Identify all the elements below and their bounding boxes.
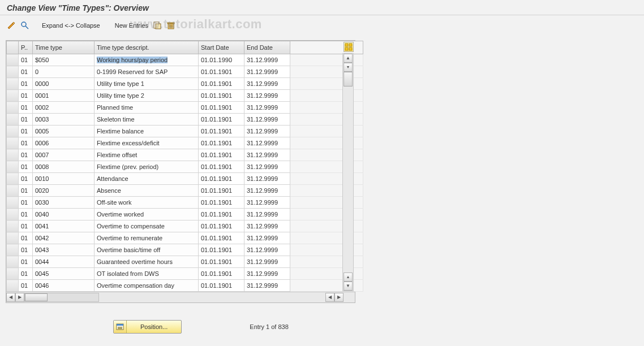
cell-desc[interactable]: Skeleton time <box>95 114 199 126</box>
cell-time-type[interactable]: 0002 <box>33 102 95 114</box>
row-selector[interactable] <box>7 197 19 209</box>
row-selector[interactable] <box>7 54 19 66</box>
cell-p[interactable]: 01 <box>19 137 33 149</box>
table-row[interactable]: 010006Flextime excess/deficit01.01.19013… <box>7 137 363 149</box>
cell-start[interactable]: 01.01.1901 <box>199 268 244 280</box>
cell-end[interactable]: 31.12.9999 <box>244 78 290 90</box>
cell-start[interactable]: 01.01.1901 <box>199 149 244 161</box>
hscroll-right2-icon[interactable]: ▶ <box>334 293 344 302</box>
cell-desc[interactable]: Overtime basic/time off <box>95 244 199 256</box>
cell-p[interactable]: 01 <box>19 90 33 102</box>
table-row[interactable]: 010007Flextime offset01.01.190131.12.999… <box>7 149 363 161</box>
cell-start[interactable]: 01.01.1901 <box>199 66 244 78</box>
cell-start[interactable]: 01.01.1990 <box>199 54 244 66</box>
cell-desc[interactable]: Guaranteed overtime hours <box>95 256 199 268</box>
table-row[interactable]: 010001Utility time type 201.01.190131.12… <box>7 90 363 102</box>
cell-start[interactable]: 01.01.1901 <box>199 209 244 220</box>
cell-time-type[interactable]: 0041 <box>33 220 95 232</box>
cell-end[interactable]: 31.12.9999 <box>244 173 290 185</box>
cell-start[interactable]: 01.01.1901 <box>199 90 244 102</box>
cell-time-type[interactable]: 0042 <box>33 232 95 244</box>
cell-time-type[interactable]: 0046 <box>33 280 95 292</box>
cell-time-type[interactable]: 0001 <box>33 90 95 102</box>
cell-end[interactable]: 31.12.9999 <box>244 90 290 102</box>
cell-start[interactable]: 01.01.1901 <box>199 185 244 197</box>
delete-icon[interactable] <box>166 21 175 30</box>
scroll-track[interactable] <box>343 72 353 273</box>
cell-desc[interactable]: Flextime offset <box>95 149 199 161</box>
row-selector[interactable] <box>7 268 19 280</box>
cell-end[interactable]: 31.12.9999 <box>244 220 290 232</box>
table-row[interactable]: 010030Off-site work01.01.190131.12.9999 <box>7 197 363 209</box>
col-desc[interactable]: Time type descript. <box>95 41 199 54</box>
table-row[interactable]: 010000Utility time type 101.01.190131.12… <box>7 78 363 90</box>
cell-end[interactable]: 31.12.9999 <box>244 185 290 197</box>
table-row[interactable]: 010045OT isolated from DWS01.01.190131.1… <box>7 268 363 280</box>
scroll-down-step-icon[interactable]: ▴ <box>344 273 353 282</box>
cell-desc[interactable]: Overtime worked <box>95 209 199 220</box>
col-time-type[interactable]: Time type <box>33 41 95 54</box>
cell-p[interactable]: 01 <box>19 197 33 209</box>
cell-p[interactable]: 01 <box>19 114 33 126</box>
cell-time-type[interactable]: 0005 <box>33 126 95 137</box>
cell-end[interactable]: 31.12.9999 <box>244 66 290 78</box>
cell-desc[interactable]: Working hours/pay period <box>95 54 199 66</box>
row-selector[interactable] <box>7 102 19 114</box>
cell-p[interactable]: 01 <box>19 78 33 90</box>
col-select[interactable] <box>7 41 19 54</box>
cell-desc[interactable]: Flextime (prev. period) <box>95 161 199 173</box>
cell-p[interactable]: 01 <box>19 280 33 292</box>
cell-desc[interactable]: Overtime compensation day <box>95 280 199 292</box>
table-row[interactable]: 010040Overtime worked01.01.190131.12.999… <box>7 209 363 220</box>
cell-start[interactable]: 01.01.1901 <box>199 173 244 185</box>
hscroll-right-icon[interactable]: ▶ <box>15 293 24 302</box>
table-row[interactable]: 010043Overtime basic/time off01.01.19013… <box>7 244 363 256</box>
cell-desc[interactable]: Flextime excess/deficit <box>95 137 199 149</box>
expand-collapse-button[interactable]: Expand <-> Collapse <box>42 22 100 29</box>
cell-p[interactable]: 01 <box>19 161 33 173</box>
cell-time-type[interactable]: 0003 <box>33 114 95 126</box>
scroll-up-icon[interactable]: ▲ <box>344 54 353 63</box>
cell-p[interactable]: 01 <box>19 232 33 244</box>
cell-start[interactable]: 01.01.1901 <box>199 244 244 256</box>
cell-end[interactable]: 31.12.9999 <box>244 137 290 149</box>
cell-start[interactable]: 01.01.1901 <box>199 114 244 126</box>
cell-start[interactable]: 01.01.1901 <box>199 220 244 232</box>
cell-desc[interactable]: Utility time type 1 <box>95 78 199 90</box>
row-selector[interactable] <box>7 220 19 232</box>
cell-end[interactable]: 31.12.9999 <box>244 280 290 292</box>
table-row[interactable]: 010046Overtime compensation day01.01.190… <box>7 280 363 292</box>
cell-start[interactable]: 01.01.1901 <box>199 78 244 90</box>
cell-time-type[interactable]: 0006 <box>33 137 95 149</box>
row-selector[interactable] <box>7 114 19 126</box>
cell-end[interactable]: 31.12.9999 <box>244 102 290 114</box>
col-start[interactable]: Start Date <box>199 41 244 54</box>
cell-start[interactable]: 01.01.1901 <box>199 137 244 149</box>
scroll-thumb[interactable] <box>344 72 353 86</box>
cell-time-type[interactable]: 0043 <box>33 244 95 256</box>
cell-p[interactable]: 01 <box>19 209 33 220</box>
cell-p[interactable]: 01 <box>19 256 33 268</box>
cell-end[interactable]: 31.12.9999 <box>244 197 290 209</box>
scroll-down-icon[interactable]: ▼ <box>344 282 353 291</box>
table-row[interactable]: 010010Attendance01.01.190131.12.9999 <box>7 173 363 185</box>
cell-start[interactable]: 01.01.1901 <box>199 197 244 209</box>
cell-desc[interactable]: Flextime balance <box>95 126 199 137</box>
row-selector[interactable] <box>7 209 19 220</box>
row-selector[interactable] <box>7 66 19 78</box>
cell-time-type[interactable]: 0044 <box>33 256 95 268</box>
cell-start[interactable]: 01.01.1901 <box>199 102 244 114</box>
new-entries-button[interactable]: New Entries <box>115 22 148 29</box>
table-row[interactable]: 0100-1999 Reserved for SAP01.01.190131.1… <box>7 66 363 78</box>
hscroll-left-icon[interactable]: ◀ <box>6 293 15 302</box>
cell-start[interactable]: 01.01.1901 <box>199 256 244 268</box>
cell-time-type[interactable]: 0008 <box>33 161 95 173</box>
position-button[interactable]: Position... <box>113 320 182 334</box>
cell-end[interactable]: 31.12.9999 <box>244 209 290 220</box>
cell-start[interactable]: 01.01.1901 <box>199 126 244 137</box>
table-row[interactable]: 010044Guaranteed overtime hours01.01.190… <box>7 256 363 268</box>
row-selector[interactable] <box>7 90 19 102</box>
horizontal-scrollbar[interactable]: ◀ ▶ ◀ ▶ <box>6 292 355 302</box>
cell-time-type[interactable]: 0 <box>33 66 95 78</box>
copy-as-icon[interactable] <box>153 21 162 30</box>
